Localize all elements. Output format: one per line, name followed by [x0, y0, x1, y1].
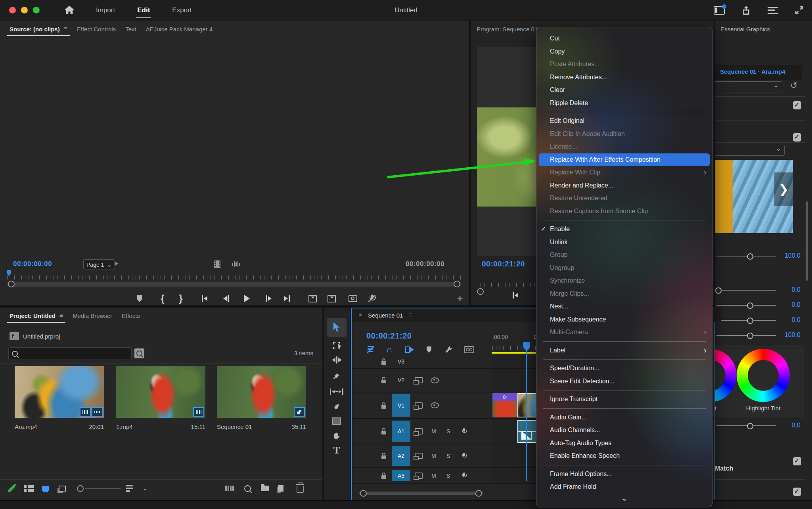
project-tab-media-browser[interactable]: Media Browser: [73, 312, 112, 319]
icon-view-icon[interactable]: [42, 484, 49, 493]
razor-tool[interactable]: [324, 368, 350, 384]
zoom-handle-left[interactable]: [8, 281, 15, 287]
zoom-line-icon[interactable]: [85, 484, 121, 493]
rectangle-tool[interactable]: [324, 413, 350, 429]
clip-card-1-mp4[interactable]: 1.mp415:11: [116, 366, 205, 418]
tint-balance-slider[interactable]: 0,0: [716, 422, 804, 429]
solo-track-icon[interactable]: S: [446, 468, 450, 483]
find-in-bin-icon[interactable]: [134, 348, 144, 358]
clip-name[interactable]: 1.mp4: [116, 423, 133, 430]
go-to-in-icon[interactable]: [513, 292, 518, 299]
selection-tool[interactable]: [327, 318, 347, 337]
mark-out-icon[interactable]: }: [172, 291, 190, 306]
match-checkbox[interactable]: [793, 488, 801, 496]
source-patch-icon[interactable]: [415, 444, 423, 467]
panel-menu-icon[interactable]: ≡: [64, 25, 67, 33]
track-header-a2[interactable]: A2MS: [352, 444, 492, 467]
hand-tool[interactable]: [324, 428, 350, 444]
video-clip-fx[interactable]: fx: [492, 393, 517, 417]
go-to-in-icon[interactable]: [196, 291, 213, 306]
settings-icon[interactable]: [445, 345, 453, 354]
shadow-tint-wheel[interactable]: [715, 349, 737, 402]
track-header-v2[interactable]: V2: [352, 369, 492, 392]
next-look-arrow[interactable]: ❯: [774, 172, 793, 206]
close-window-button[interactable]: [9, 7, 16, 13]
menu-item-auto-tag-audio-types[interactable]: Auto-Tag Audio Types: [536, 437, 712, 450]
creative-slider-5[interactable]: 100,0: [716, 332, 804, 339]
creative-look-dropdown[interactable]: ⌄: [715, 145, 785, 156]
find-icon[interactable]: [244, 484, 251, 493]
menu-item-ignore-transcript[interactable]: Ignore Transcript: [536, 393, 712, 406]
track-target-a1[interactable]: A1: [392, 421, 410, 442]
add-marker-icon[interactable]: [427, 345, 431, 354]
track-header-a3[interactable]: A3MS: [352, 468, 492, 483]
menu-item-edit-original[interactable]: Edit Original: [536, 115, 712, 128]
source-time-ruler[interactable]: [7, 272, 461, 279]
home-icon[interactable]: [64, 5, 75, 16]
menu-item-render-and-replace-[interactable]: Render and Replace...: [536, 179, 712, 192]
creative-slider-2[interactable]: 0,0: [716, 287, 804, 294]
source-patch-icon[interactable]: [415, 419, 423, 444]
section-checkbox-1[interactable]: [793, 101, 801, 109]
lock-icon[interactable]: [381, 444, 386, 467]
page-play-icon[interactable]: [115, 261, 118, 266]
nest-source-icon[interactable]: [366, 345, 374, 354]
menu-item-paste-attributes-[interactable]: Paste Attributes...: [536, 58, 712, 71]
menu-item-synchronize[interactable]: Synchronize: [536, 274, 712, 287]
menu-item-ripple-delete[interactable]: Ripple Delete: [536, 97, 712, 110]
menu-item-frame-hold-options-[interactable]: Frame Hold Options...: [536, 468, 712, 481]
right-panel-scrollbar[interactable]: [806, 201, 808, 281]
insert-icon[interactable]: [304, 291, 321, 306]
slider-handle[interactable]: [715, 287, 722, 294]
section-checkbox-2[interactable]: [793, 133, 801, 142]
tab-essential-graphics[interactable]: Essential Graphics: [720, 26, 770, 33]
menu-item-license-[interactable]: License...: [536, 140, 712, 153]
lock-icon[interactable]: [381, 355, 386, 368]
program-zoom-handle[interactable]: [477, 288, 484, 295]
go-to-out-icon[interactable]: [278, 291, 296, 306]
program-time-ruler[interactable]: [477, 279, 536, 287]
lock-icon[interactable]: [381, 369, 386, 392]
quick-export-icon[interactable]: [741, 6, 751, 15]
solo-track-icon[interactable]: S: [446, 419, 450, 444]
zoom-knob-icon[interactable]: [77, 484, 84, 493]
creative-slider-4[interactable]: 0,0: [716, 317, 804, 324]
new-item-icon[interactable]: [278, 484, 283, 493]
menu-item-group[interactable]: Group: [536, 249, 712, 262]
project-tab-effects[interactable]: Effects: [122, 312, 140, 319]
timeline-zoom-handle-right[interactable]: [475, 490, 482, 497]
slip-tool[interactable]: [324, 384, 350, 400]
track-target-a2[interactable]: A2: [392, 446, 410, 466]
menu-item-enable[interactable]: Enable✓: [536, 223, 712, 236]
track-target-v3[interactable]: V3: [392, 356, 410, 366]
snap-icon[interactable]: ∩: [386, 345, 393, 354]
clip-name[interactable]: Sequence 01: [217, 423, 252, 430]
sort-icon[interactable]: [126, 484, 133, 493]
nav-tab-edit[interactable]: Edit: [136, 4, 151, 17]
voiceover-record-icon[interactable]: [461, 419, 467, 444]
film-toggle-icon[interactable]: [214, 260, 220, 268]
source-tab-aejuice-pack-manager-4[interactable]: AEJuice Pack Manager 4: [146, 26, 213, 33]
zoom-window-button[interactable]: [33, 7, 40, 13]
menu-item-multi-camera[interactable]: Multi-Camera›: [536, 326, 712, 339]
slider-handle[interactable]: [747, 318, 753, 324]
play-icon[interactable]: [238, 291, 255, 306]
menu-item-nest-[interactable]: Nest...: [536, 300, 712, 313]
workspace-overlay-icon[interactable]: [714, 6, 725, 15]
mute-track-icon[interactable]: M: [431, 468, 436, 483]
menu-item-edit-clip-in-adobe-audition[interactable]: Edit Clip In Adobe Audition: [536, 128, 712, 141]
menu-scroll-down-chevron[interactable]: ⌄: [536, 493, 712, 507]
project-search-box[interactable]: [8, 347, 132, 360]
reset-icon[interactable]: ↺: [790, 80, 797, 91]
captions-icon[interactable]: CC: [464, 345, 474, 354]
menu-item-add-frame-hold[interactable]: Add Frame Hold: [536, 480, 712, 494]
menu-item-ungroup[interactable]: Ungroup: [536, 262, 712, 275]
track-target-a3[interactable]: A3: [392, 470, 410, 481]
slider-handle[interactable]: [747, 253, 753, 260]
toggle-track-output-icon[interactable]: [431, 392, 439, 418]
linked-selection-icon[interactable]: [405, 345, 414, 354]
menu-item-restore-captions-from-source-clip[interactable]: Restore Captions from Source Clip: [536, 205, 712, 218]
menu-item-merge-clips-[interactable]: Merge Clips...: [536, 287, 712, 300]
project-file-name[interactable]: Untitled.prproj: [23, 333, 60, 340]
type-tool[interactable]: T: [324, 442, 350, 458]
